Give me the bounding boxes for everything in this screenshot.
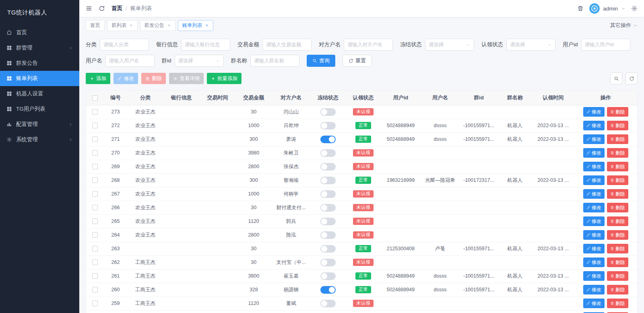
sidebar-item-gear[interactable]: 系统管理 xyxy=(0,132,79,147)
filter-select[interactable]: 请选择 xyxy=(506,39,555,51)
row-delete-button[interactable]: 删除 xyxy=(607,162,628,171)
row-edit-button[interactable]: 修改 xyxy=(583,148,605,158)
row-edit-button[interactable]: 修改 xyxy=(583,257,605,267)
table-search-button[interactable] xyxy=(610,72,622,84)
toolbar-success-button[interactable]: 批量添加 xyxy=(207,73,242,84)
row-edit-button[interactable]: 修改 xyxy=(583,189,605,199)
row-checkbox[interactable] xyxy=(92,109,98,115)
row-checkbox[interactable] xyxy=(92,123,98,128)
more-actions-dropdown[interactable]: 其它操作 xyxy=(610,22,638,29)
row-checkbox[interactable] xyxy=(92,205,98,210)
toolbar-info-button[interactable]: 查看详情 xyxy=(169,73,204,84)
row-checkbox[interactable] xyxy=(92,136,98,142)
frozen-toggle[interactable] xyxy=(320,218,336,225)
row-edit-button[interactable]: 修改 xyxy=(583,175,605,185)
sidebar-item-home[interactable]: 首页 xyxy=(0,25,79,40)
trash-icon[interactable] xyxy=(577,5,584,12)
table-refresh-button[interactable] xyxy=(625,72,638,84)
row-checkbox[interactable] xyxy=(92,164,98,169)
row-delete-button[interactable]: 删除 xyxy=(607,244,628,253)
frozen-toggle[interactable] xyxy=(320,259,336,266)
row-delete-button[interactable]: 删除 xyxy=(607,299,628,308)
gear-icon[interactable] xyxy=(631,5,638,12)
close-icon[interactable] xyxy=(129,23,133,27)
row-delete-button[interactable]: 删除 xyxy=(607,230,628,240)
frozen-toggle[interactable] xyxy=(320,108,336,116)
row-edit-button[interactable]: 修改 xyxy=(583,107,605,117)
filter-input[interactable] xyxy=(100,39,149,51)
frozen-toggle[interactable] xyxy=(320,245,336,253)
row-checkbox[interactable] xyxy=(92,301,98,306)
frozen-toggle[interactable] xyxy=(320,272,336,280)
sidebar-item-grid[interactable]: 群管理 xyxy=(0,40,79,56)
user-menu[interactable]: admin xyxy=(589,3,625,14)
select-all-checkbox[interactable] xyxy=(92,95,98,101)
row-delete-button[interactable]: 删除 xyxy=(607,134,628,144)
sidebar-item-grid[interactable]: 账单列表 xyxy=(0,71,79,86)
filter-input[interactable] xyxy=(105,55,155,67)
filter-input[interactable] xyxy=(262,39,312,51)
frozen-toggle[interactable] xyxy=(320,122,336,130)
row-checkbox[interactable] xyxy=(92,246,98,251)
row-checkbox[interactable] xyxy=(92,177,98,183)
breadcrumb-home[interactable]: 首页 xyxy=(111,5,122,12)
row-edit-button[interactable]: 修改 xyxy=(583,121,605,130)
reset-button[interactable]: 重置 xyxy=(343,55,372,67)
row-checkbox[interactable] xyxy=(92,191,98,197)
sidebar-item-grid[interactable]: TG用户列表 xyxy=(0,101,79,117)
toolbar-success-button[interactable]: 添加 xyxy=(86,73,110,84)
row-delete-button[interactable]: 删除 xyxy=(607,216,628,226)
close-icon[interactable] xyxy=(167,23,171,27)
frozen-toggle[interactable] xyxy=(320,231,336,239)
frozen-toggle[interactable] xyxy=(320,136,336,143)
sidebar-item-grid[interactable]: 群发公告 xyxy=(0,56,79,71)
tab-item[interactable]: 群发公告 xyxy=(140,20,175,31)
filter-input[interactable] xyxy=(344,39,393,51)
row-checkbox[interactable] xyxy=(92,287,98,292)
row-delete-button[interactable]: 删除 xyxy=(607,189,628,199)
row-edit-button[interactable]: 修改 xyxy=(583,230,605,240)
frozen-toggle[interactable] xyxy=(320,163,336,171)
frozen-toggle[interactable] xyxy=(320,286,336,294)
row-edit-button[interactable]: 修改 xyxy=(583,216,605,226)
row-edit-button[interactable]: 修改 xyxy=(583,285,605,294)
filter-input[interactable] xyxy=(250,55,299,67)
row-delete-button[interactable]: 删除 xyxy=(607,175,628,185)
row-edit-button[interactable]: 修改 xyxy=(583,162,605,171)
row-checkbox[interactable] xyxy=(92,150,98,156)
row-checkbox[interactable] xyxy=(92,273,98,279)
filter-input[interactable] xyxy=(581,39,630,51)
tab-item[interactable]: 账单列表 xyxy=(178,20,213,31)
row-delete-button[interactable]: 删除 xyxy=(607,107,628,117)
filter-input[interactable] xyxy=(181,39,230,51)
frozen-toggle[interactable] xyxy=(320,204,336,212)
row-delete-button[interactable]: 删除 xyxy=(607,203,628,212)
row-edit-button[interactable]: 修改 xyxy=(583,271,605,281)
row-delete-button[interactable]: 删除 xyxy=(607,285,628,294)
row-edit-button[interactable]: 修改 xyxy=(583,244,605,253)
close-icon[interactable] xyxy=(205,23,209,27)
row-checkbox[interactable] xyxy=(92,218,98,224)
filter-select[interactable]: 请选择 xyxy=(175,55,224,67)
menu-toggle-icon[interactable] xyxy=(86,5,92,12)
row-delete-button[interactable]: 删除 xyxy=(607,148,628,158)
filter-select[interactable]: 请选择 xyxy=(425,39,474,51)
tab-item[interactable]: 首页 xyxy=(86,20,105,31)
sidebar-item-chart[interactable]: 配置管理 xyxy=(0,117,79,132)
row-checkbox[interactable] xyxy=(92,259,98,265)
toolbar-danger-button[interactable]: 删除 xyxy=(141,73,166,84)
row-edit-button[interactable]: 修改 xyxy=(583,203,605,212)
frozen-toggle[interactable] xyxy=(320,149,336,157)
row-edit-button[interactable]: 修改 xyxy=(583,134,605,144)
sidebar-item-grid[interactable]: 机器人设置 xyxy=(0,86,79,101)
refresh-icon[interactable] xyxy=(99,5,105,12)
row-delete-button[interactable]: 删除 xyxy=(607,271,628,281)
tab-item[interactable]: 群列表 xyxy=(107,20,138,31)
frozen-toggle[interactable] xyxy=(320,300,336,307)
row-delete-button[interactable]: 删除 xyxy=(607,257,628,267)
row-delete-button[interactable]: 删除 xyxy=(607,121,628,130)
frozen-toggle[interactable] xyxy=(320,190,336,198)
row-edit-button[interactable]: 修改 xyxy=(583,299,605,308)
search-button[interactable]: 查询 xyxy=(307,55,335,67)
toolbar-primary-button[interactable]: 修改 xyxy=(114,73,138,84)
